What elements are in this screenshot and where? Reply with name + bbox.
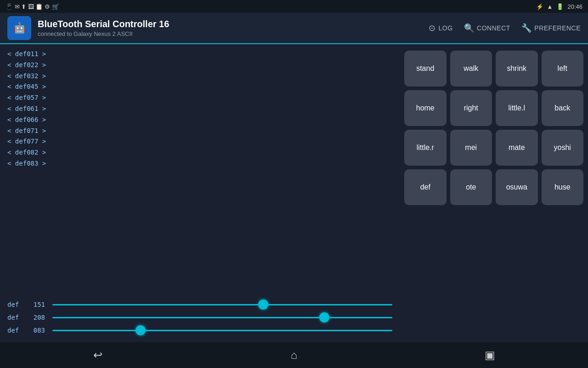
log-action[interactable]: ⊙ LOG [429, 23, 453, 33]
button-stand[interactable]: stand [404, 51, 447, 86]
status-bar-left: 📱 ✉ ⬆ 🖼 📋 ⚙ 🛒 [6, 3, 59, 10]
recents-nav-button[interactable]: ▣ [476, 346, 504, 364]
preference-action[interactable]: 🔧 PREFERENCE [521, 23, 581, 33]
slider-track-container-2[interactable] [52, 326, 392, 335]
log-label: LOG [439, 24, 453, 32]
slider-track-container-1[interactable] [52, 313, 392, 322]
slider-value-1: 208 [28, 314, 45, 321]
app-logo: 🤖 [7, 16, 31, 40]
preference-label: PREFERENCE [534, 24, 581, 32]
wifi-icon: ▲ [547, 3, 553, 10]
app-title: BlueTooth Serial Controller 16 [38, 19, 169, 29]
notification-icons: 📱 ✉ ⬆ 🖼 📋 ⚙ 🛒 [6, 3, 59, 10]
button-osuwa[interactable]: osuwa [496, 169, 538, 205]
status-bar-right: ⚡ ▲ 🔋 20:46 [536, 3, 582, 10]
slider-track-0 [52, 304, 392, 305]
button-little_l[interactable]: little.l [496, 90, 538, 126]
bluetooth-icon: ⚡ [536, 3, 543, 10]
log-icon: ⊙ [429, 23, 436, 33]
back-nav-icon: ↩ [93, 349, 102, 362]
connect-icon: 🔍 [464, 23, 475, 33]
robot-icon: 🤖 [13, 22, 26, 34]
slider-thumb-1[interactable] [319, 312, 329, 322]
button-def[interactable]: def [404, 169, 447, 205]
app-header: 🤖 BlueTooth Serial Controller 16 connect… [0, 13, 588, 44]
nav-bar: ↩ ⌂ ▣ [0, 342, 588, 368]
recents-nav-icon: ▣ [485, 349, 495, 362]
app-header-right: ⊙ LOG 🔍 CONNECT 🔧 PREFERENCE [429, 23, 581, 33]
slider-label-0: def [7, 301, 21, 308]
app-subtitle: connected to Galaxy Nexus 2 ASCII [38, 30, 169, 37]
slider-value-0: 151 [28, 301, 45, 308]
battery-icon: 🔋 [556, 3, 564, 10]
connect-label: CONNECT [477, 24, 510, 32]
slider-row-2: def083 [7, 326, 392, 335]
app-header-left: 🤖 BlueTooth Serial Controller 16 connect… [7, 16, 169, 40]
main-content: < def011 >< def022 >< def032 >< def045 >… [0, 44, 588, 342]
slider-label-2: def [7, 327, 21, 334]
slider-track-1 [52, 317, 392, 318]
clock: 20:46 [567, 3, 582, 10]
back-nav-button[interactable]: ↩ [84, 346, 112, 364]
button-walk[interactable]: walk [450, 51, 492, 86]
slider-row-0: def151 [7, 300, 392, 309]
button-huse[interactable]: huse [542, 169, 584, 205]
button-grid: standwalkshrinklefthomerightlittle.lback… [400, 44, 588, 212]
slider-thumb-2[interactable] [136, 325, 146, 335]
button-mate[interactable]: mate [496, 130, 538, 166]
button-ote[interactable]: ote [450, 169, 492, 205]
button-back[interactable]: back [542, 90, 584, 126]
button-right[interactable]: right [450, 90, 492, 126]
status-bar: 📱 ✉ ⬆ 🖼 📋 ⚙ 🛒 ⚡ ▲ 🔋 20:46 [0, 0, 588, 13]
slider-label-1: def [7, 314, 21, 321]
button-left[interactable]: left [542, 51, 584, 86]
slider-thumb-0[interactable] [258, 299, 268, 310]
app-title-group: BlueTooth Serial Controller 16 connected… [38, 19, 169, 37]
button-little_r[interactable]: little.r [404, 130, 447, 166]
slider-track-container-0[interactable] [52, 300, 392, 309]
preference-icon: 🔧 [521, 23, 532, 33]
home-nav-icon: ⌂ [291, 349, 298, 362]
button-yoshi[interactable]: yoshi [542, 130, 584, 166]
button-mei[interactable]: mei [450, 130, 492, 166]
button-home[interactable]: home [404, 90, 447, 126]
button-shrink[interactable]: shrink [496, 51, 538, 86]
connect-action[interactable]: 🔍 CONNECT [464, 23, 510, 33]
slider-value-2: 083 [28, 327, 45, 334]
slider-row-1: def208 [7, 313, 392, 322]
home-nav-button[interactable]: ⌂ [280, 346, 308, 364]
slider-area: def151def208def083 [0, 294, 400, 342]
slider-track-2 [52, 330, 392, 331]
